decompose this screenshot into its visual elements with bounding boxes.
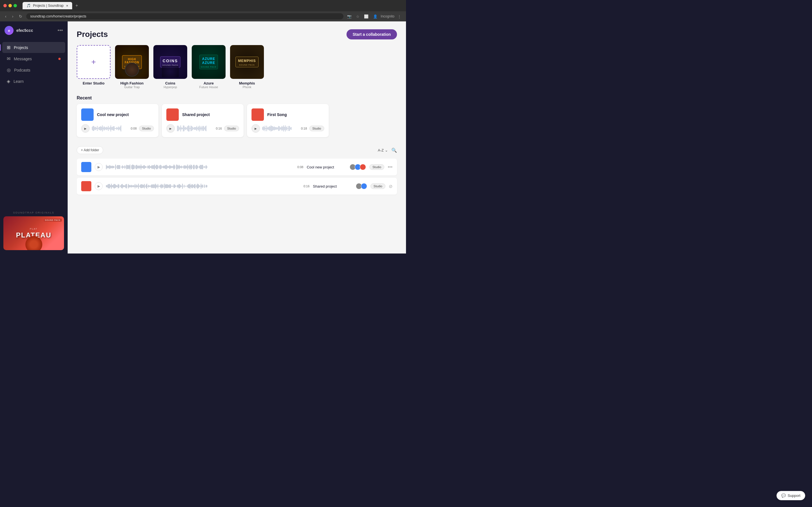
sidebar-item-projects[interactable]: ⊞ Projects xyxy=(2,42,65,53)
azure-label-text: AZUREAZURE xyxy=(201,56,216,66)
active-tab[interactable]: 🎵 Projects | Soundtrap ✕ xyxy=(22,2,72,9)
projects-icon: ⊞ xyxy=(7,45,10,50)
pack-card-azure[interactable]: AZUREAZURE SOUND PACK Azure Future House xyxy=(192,45,225,89)
podcasts-label: Podcasts xyxy=(14,68,31,72)
cool-new-row-studio-button[interactable]: Studio xyxy=(369,164,384,170)
shared-duration: 0:16 xyxy=(216,127,221,130)
close-window-button[interactable] xyxy=(3,4,7,7)
sidebar-item-podcasts[interactable]: ◎ Podcasts xyxy=(2,64,65,75)
originals-subtitle: PLAT xyxy=(16,228,52,230)
first-song-title: First Song xyxy=(267,112,287,117)
project-card-header-shared: Shared project xyxy=(166,108,239,121)
memphis-label-text: MEMPHIS xyxy=(237,58,257,64)
minimize-window-button[interactable] xyxy=(8,4,12,7)
shared-play-button[interactable]: ▶ xyxy=(166,124,175,133)
bookmark-icon[interactable]: ☆ xyxy=(355,14,361,19)
tab-close-button[interactable]: ✕ xyxy=(66,4,68,7)
azure-name: Azure xyxy=(204,81,214,86)
sound-packs-row: + Enter Studio HIGHFASHION SOUND PACK xyxy=(68,45,406,96)
azure-thumb: AZUREAZURE SOUND PACK xyxy=(192,45,225,79)
account-icon[interactable]: 👤 xyxy=(371,14,379,19)
user-info: e efec5ccc xyxy=(4,26,33,35)
tab-title: Projects | Soundtrap xyxy=(33,4,64,8)
menu-icon[interactable]: ⋮ xyxy=(396,14,403,19)
search-button[interactable]: 🔍 xyxy=(391,148,397,153)
coins-name: Coins xyxy=(165,81,175,86)
new-tab-button[interactable]: + xyxy=(73,2,80,9)
shared-row-studio-button[interactable]: Studio xyxy=(370,183,386,189)
high-fashion-genre: Guitar Trap xyxy=(124,86,140,89)
extension-icon[interactable]: ⬜ xyxy=(363,14,370,19)
pack-card-high-fashion[interactable]: HIGHFASHION SOUND PACK High Fashion Guit… xyxy=(115,45,149,89)
add-folder-button[interactable]: + Add folder xyxy=(77,146,103,154)
cool-new-row-waveform xyxy=(106,164,294,170)
browser-chrome: 🎵 Projects | Soundtrap ✕ + xyxy=(0,0,406,11)
sidebar-item-learn[interactable]: ◈ Learn xyxy=(2,76,65,87)
shared-row-more-button[interactable]: ⊘ xyxy=(389,184,393,189)
recent-projects-grid: Cool new project ▶ 0:08 Studio Shared pr… xyxy=(68,104,406,144)
url-bar[interactable] xyxy=(26,13,343,19)
cool-new-row-more-button[interactable]: ••• xyxy=(388,165,393,170)
sort-button[interactable]: A-Z ⌄ xyxy=(378,148,388,152)
user-more-button[interactable]: ••• xyxy=(57,27,63,34)
cool-new-studio-button[interactable]: Studio xyxy=(139,126,154,131)
start-collaboration-button[interactable]: Start a collaboration xyxy=(347,29,397,40)
originals-card[interactable]: PLAT PLATEAU SOUND PACK ▶ 1:55 xyxy=(3,216,64,250)
memphis-name: Memphis xyxy=(239,81,255,86)
cool-new-row-play-button[interactable]: ▶ xyxy=(95,163,103,171)
incognito-label: Incognito xyxy=(380,14,395,18)
browser-icons: 📷 ☆ ⬜ 👤 Incognito ⋮ xyxy=(346,14,403,19)
learn-icon: ◈ xyxy=(7,78,10,84)
first-song-studio-button[interactable]: Studio xyxy=(309,126,324,131)
messages-label: Messages xyxy=(14,57,54,61)
camera-off-icon[interactable]: 📷 xyxy=(346,14,353,19)
sidebar-item-messages[interactable]: ✉ Messages xyxy=(2,53,65,64)
back-button[interactable]: ‹ xyxy=(3,13,8,20)
coins-art xyxy=(162,66,179,77)
project-card-first-song: First Song ▶ 0:18 Studio xyxy=(247,104,329,137)
tab-favicon: 🎵 xyxy=(27,4,31,8)
sidebar-nav: ⊞ Projects ✉ Messages ◎ Podcasts ◈ Learn xyxy=(0,40,67,208)
memphis-thumb: MEMPHIS SOUND PACK xyxy=(230,45,264,79)
toolbar-row: + Add folder A-Z ⌄ 🔍 xyxy=(68,144,406,159)
high-fashion-art xyxy=(125,62,139,76)
shared-thumbnail xyxy=(166,108,179,121)
sort-search-area: A-Z ⌄ 🔍 xyxy=(378,148,397,153)
main-content: Projects Start a collaboration + Enter S… xyxy=(68,21,406,253)
sound-pack-badge: SOUND PACK xyxy=(44,219,62,222)
cool-new-title: Cool new project xyxy=(97,112,129,117)
projects-label: Projects xyxy=(14,45,28,50)
originals-label: SOUNDTRAP ORIGINALS xyxy=(3,211,64,214)
forward-button[interactable]: › xyxy=(10,13,15,20)
azure-pack-text: SOUND PACK xyxy=(201,66,216,68)
cool-new-play-button[interactable]: ▶ xyxy=(81,124,90,133)
project-card-cool-new: Cool new project ▶ 0:08 Studio xyxy=(77,104,158,137)
first-song-thumbnail xyxy=(252,108,264,121)
refresh-button[interactable]: ↻ xyxy=(17,13,24,20)
maximize-window-button[interactable] xyxy=(13,4,17,7)
cool-new-row-duration: 0:08 xyxy=(297,165,303,169)
sidebar-header: e efec5ccc ••• xyxy=(0,21,67,40)
first-song-play-button[interactable]: ▶ xyxy=(252,124,260,133)
username-label: efec5ccc xyxy=(16,28,33,33)
learn-label: Learn xyxy=(13,79,24,83)
first-song-duration: 0:18 xyxy=(301,127,307,130)
shared-row-play-button[interactable]: ▶ xyxy=(95,182,103,190)
pack-card-memphis[interactable]: MEMPHIS SOUND PACK Memphis Phonk xyxy=(230,45,264,89)
podcasts-icon: ◎ xyxy=(7,67,11,73)
sort-label: A-Z xyxy=(378,148,384,152)
first-song-waveform xyxy=(262,124,299,132)
shared-studio-button[interactable]: Studio xyxy=(224,126,239,131)
pack-card-coins[interactable]: COINS SOUND PACK Coins Hyperpop xyxy=(153,45,187,89)
main-header: Projects Start a collaboration xyxy=(68,21,406,45)
cool-new-duration: 0:08 xyxy=(131,127,137,130)
messages-icon: ✉ xyxy=(7,56,10,61)
project-list: ▶ 0:08 Cool new project Studio ••• ▶ 0:1… xyxy=(68,159,406,194)
cool-new-thumbnail xyxy=(81,108,94,121)
recent-section-title: Recent xyxy=(68,96,406,101)
high-fashion-thumb: HIGHFASHION SOUND PACK xyxy=(115,45,149,79)
pack-card-enter-studio[interactable]: + Enter Studio xyxy=(77,45,110,89)
shared-title: Shared project xyxy=(182,112,210,117)
enter-studio-label: Enter Studio xyxy=(83,81,104,86)
sort-chevron-icon: ⌄ xyxy=(385,148,388,152)
